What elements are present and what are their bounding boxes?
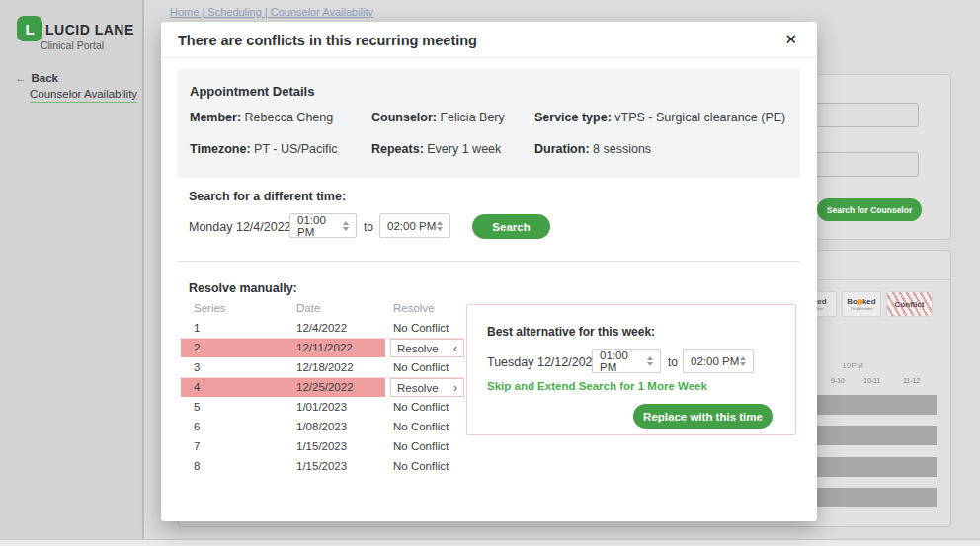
resolve-cell: No Conflict — [393, 322, 449, 334]
date-cell: 1/08/2023 — [296, 421, 347, 432]
resolve-cell: No Conflict — [393, 421, 449, 432]
legend-conflict-chip: Conflict — [886, 291, 933, 317]
field-value: vTPS - Surgical clearance (PE) — [612, 111, 785, 124]
repeats-field: Repeats: Every 1 week — [371, 142, 501, 156]
field-label: Counselor: — [371, 111, 437, 124]
chevron-right-icon: › — [453, 381, 457, 395]
service-type-field: Service type: vTPS - Surgical clearance … — [534, 111, 785, 124]
appointment-details-panel: Appointment Details Member: Rebecca Chen… — [177, 69, 800, 178]
date-cell: 1/15/2023 — [296, 460, 347, 472]
app-root: L LUCID LANE Clinical Portal ←Back Couns… — [0, 0, 980, 546]
series-cell: 7 — [194, 440, 200, 452]
col-resolve: Resolve — [393, 302, 435, 314]
search-button[interactable]: Search — [472, 214, 550, 239]
series-cell: 1 — [194, 322, 200, 334]
series-cell: 5 — [194, 401, 200, 413]
field-label: Member: — [190, 111, 241, 124]
column-label: 10-11 — [863, 377, 880, 384]
resolve-link[interactable]: Resolve› — [390, 378, 464, 397]
date-cell: 12/11/2022 — [296, 342, 353, 353]
modal-header: There are conflicts in this recurring me… — [161, 22, 817, 58]
resolve-cell: No Conflict — [393, 361, 449, 373]
duration-field: Duration: 8 sessions — [534, 142, 651, 156]
conflict-modal: There are conflicts in this recurring me… — [161, 22, 817, 521]
alt-start-time-select[interactable]: 01:00 PM — [592, 349, 661, 373]
table-row-conflict: 2 12/11/2022 Resolve‹ — [181, 339, 464, 358]
back-label: Back — [32, 72, 59, 84]
close-icon[interactable]: ✕ — [784, 31, 797, 48]
back-arrow-icon: ← — [15, 72, 27, 84]
field-label: Repeats: — [371, 142, 424, 156]
member-dot-icon — [857, 299, 862, 305]
bottom-scrollbar-strip[interactable] — [0, 539, 980, 546]
column-label: 9-10 — [831, 377, 845, 384]
table-row: 3 12/18/2022 No Conflict — [181, 358, 464, 378]
skip-extend-search-link[interactable]: Skip and Extend Search for 1 More Week — [487, 380, 707, 392]
best-alternative-panel: Best alternative for this week: Tuesday … — [466, 304, 796, 435]
table-row: 5 1/01/2023 No Conflict — [181, 398, 464, 418]
resolve-manually-heading: Resolve manually: — [189, 281, 297, 295]
brand-subtitle: Clinical Portal — [0, 39, 144, 51]
legend-sublabel: This Member — [850, 306, 872, 311]
stepper-icon — [437, 221, 443, 231]
resolve-label: Resolve — [397, 343, 439, 354]
legend-label: Conflict — [895, 300, 925, 309]
to-label: to — [668, 355, 678, 369]
field-value: PT - US/Pacific — [251, 142, 338, 156]
appointment-details-heading: Appointment Details — [190, 84, 314, 99]
table-row: 6 1/08/2023 No Conflict — [181, 418, 464, 437]
best-alternative-heading: Best alternative for this week: — [487, 325, 655, 339]
alt-start-time-value: 01:00 PM — [600, 350, 647, 373]
conflict-highlight — [181, 378, 385, 397]
search-date-label: Monday 12/4/2022 — [189, 220, 291, 234]
field-label: Timezone: — [190, 142, 251, 156]
table-header-row: Series Date Resolve — [181, 299, 464, 319]
breadcrumb[interactable]: Home | Scheduling | Counselor Availabili… — [170, 6, 373, 18]
table-row: 8 1/15/2023 No Conflict — [181, 457, 464, 477]
series-cell: 6 — [194, 421, 200, 432]
series-cell: 2 — [194, 342, 200, 353]
column-label: 11-12 — [903, 377, 920, 384]
resolve-cell: No Conflict — [393, 440, 449, 452]
table-row-conflict: 4 12/25/2022 Resolve› — [181, 378, 464, 398]
divider — [177, 261, 800, 262]
end-time-value: 02:00 PM — [387, 220, 436, 232]
field-value: 8 sessions — [590, 142, 652, 156]
resolve-table: Series Date Resolve 1 12/4/2022 No Confl… — [181, 299, 464, 477]
resolve-link[interactable]: Resolve‹ — [390, 339, 464, 357]
to-label: to — [364, 220, 373, 234]
hour-label: 10PM — [842, 361, 863, 370]
field-value: Rebecca Cheng — [241, 111, 333, 124]
end-time-select[interactable]: 02:00 PM — [379, 213, 450, 238]
sidebar: L LUCID LANE Clinical Portal ←Back Couns… — [0, 0, 144, 546]
table-row: 1 12/4/2022 No Conflict — [181, 319, 464, 339]
series-cell: 3 — [194, 361, 200, 373]
resolve-label: Resolve — [397, 382, 439, 394]
series-cell: 4 — [194, 381, 200, 393]
back-link[interactable]: ←Back — [15, 72, 58, 84]
alternative-date-label: Tuesday 12/12/2022 — [487, 355, 600, 369]
date-cell: 12/18/2022 — [296, 361, 354, 373]
stepper-icon — [343, 221, 349, 231]
alt-end-time-value: 02:00 PM — [691, 355, 739, 367]
field-label: Duration: — [534, 142, 590, 156]
resolve-cell: No Conflict — [393, 460, 449, 472]
col-series: Series — [194, 302, 226, 314]
field-value: Felicia Bery — [437, 111, 505, 124]
date-cell: 12/4/2022 — [296, 322, 347, 334]
modal-title: There are conflicts in this recurring me… — [178, 33, 477, 48]
counselor-field: Counselor: Felicia Bery — [371, 111, 505, 124]
start-time-select[interactable]: 01:00 PM — [289, 213, 357, 238]
timezone-field: Timezone: PT - US/Pacific — [190, 142, 338, 156]
replace-with-this-time-button[interactable]: Replace with this time — [633, 404, 773, 429]
lucid-lane-logo-icon: L — [17, 16, 42, 41]
date-cell: 1/01/2023 — [296, 401, 347, 413]
search-for-counselor-button[interactable]: Search for Counselor — [817, 198, 922, 221]
table-row: 7 1/15/2023 No Conflict — [181, 437, 464, 457]
sidebar-item-counselor-availability[interactable]: Counselor Availability — [30, 88, 137, 103]
col-date: Date — [296, 302, 320, 314]
alt-end-time-select[interactable]: 02:00 PM — [683, 349, 754, 373]
member-field: Member: Rebecca Cheng — [190, 111, 333, 124]
date-cell: 12/25/2022 — [296, 381, 354, 393]
search-time-heading: Search for a different time: — [189, 190, 346, 203]
